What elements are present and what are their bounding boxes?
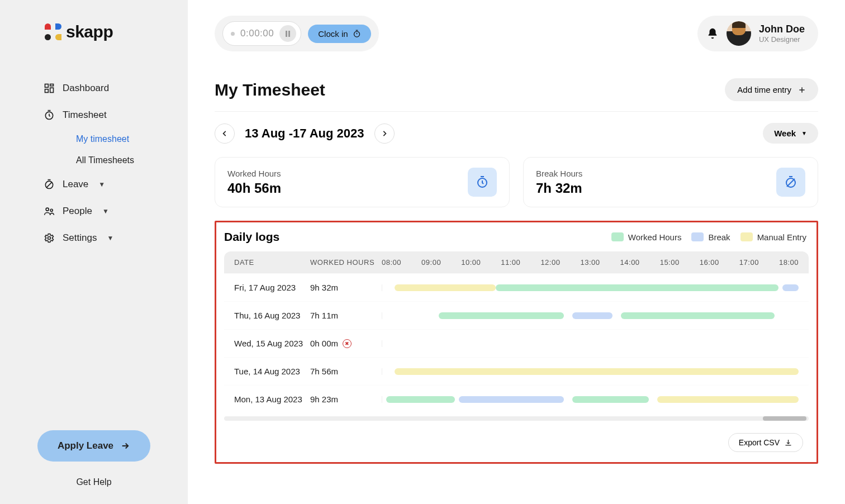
user-name: John Doe — [759, 23, 805, 35]
add-entry-label: Add time entry — [737, 85, 791, 94]
table-row: Thu, 16 Aug 20237h 11m — [224, 301, 809, 329]
apply-leave-label: Apply Leave — [58, 440, 113, 451]
people-icon — [44, 206, 55, 217]
stat-value: 7h 32m — [536, 180, 582, 196]
apply-leave-button[interactable]: Apply Leave — [37, 430, 150, 462]
sidebar-item-leave[interactable]: Leave ▼ — [0, 171, 188, 198]
record-dot-icon — [231, 32, 235, 36]
svg-rect-0 — [45, 84, 49, 88]
horizontal-scrollbar[interactable] — [224, 416, 809, 421]
timesheet-icon — [44, 110, 55, 121]
sidebar-item-label: Timesheet — [63, 110, 107, 121]
timeline-segment — [395, 368, 799, 375]
sidebar-item-dashboard[interactable]: Dashboard — [0, 75, 188, 102]
gear-icon — [44, 232, 55, 244]
svg-point-9 — [48, 237, 51, 240]
row-date: Wed, 15 Aug 2023 — [234, 339, 310, 348]
clock-in-button[interactable]: Clock in — [308, 25, 371, 43]
hour-label: 17:00 — [739, 258, 759, 267]
prev-week-button[interactable] — [215, 123, 235, 144]
col-worked: WORKED HOURS — [310, 258, 377, 267]
hours-header: 08:0009:0010:0011:0012:0013:0014:0015:00… — [377, 258, 799, 267]
worked-icon — [468, 168, 497, 197]
sidebar-sub-my-timesheet[interactable]: My timesheet — [0, 129, 188, 150]
nav: Dashboard Timesheet My timesheet All Tim… — [0, 75, 188, 430]
bell-icon[interactable] — [706, 27, 719, 40]
table-row: Mon, 13 Aug 20239h 23m — [224, 385, 809, 413]
hour-label: 11:00 — [501, 258, 520, 267]
page-header: My Timesheet Add time entry — [215, 78, 818, 101]
timeline-segment — [459, 396, 564, 403]
col-date: DATE — [234, 258, 310, 267]
stat-label: Worked Hours — [227, 169, 281, 178]
svg-point-7 — [46, 208, 49, 211]
sidebar-sub-all-timesheets[interactable]: All Timesheets — [0, 150, 188, 171]
daily-logs-table: DATE WORKED HOURS 08:0009:0010:0011:0012… — [224, 251, 809, 413]
stat-value: 40h 56m — [227, 180, 281, 196]
user-pill[interactable]: John Doe UX Designer — [697, 16, 818, 51]
timeline — [382, 284, 799, 291]
hour-label: 08:00 — [382, 258, 401, 267]
row-date: Tue, 14 Aug 2023 — [234, 367, 310, 376]
daily-logs-title: Daily logs — [224, 230, 279, 244]
get-help-label: Get Help — [76, 477, 111, 487]
absent-badge-icon: ✖ — [343, 339, 352, 348]
timeline-segment — [395, 284, 496, 291]
sidebar-item-settings[interactable]: Settings ▼ — [0, 225, 188, 251]
logo-text: skapp — [66, 22, 113, 41]
swatch-yellow-icon — [740, 232, 753, 241]
sidebar-sub-label: All Timesheets — [76, 155, 134, 165]
row-worked: 7h 11m — [310, 311, 377, 320]
user-role: UX Designer — [759, 35, 805, 44]
row-worked: 0h 00m✖ — [310, 339, 377, 348]
timeline — [382, 312, 799, 319]
hour-label: 16:00 — [700, 258, 719, 267]
view-label: Week — [774, 129, 796, 138]
chevron-down-icon: ▼ — [102, 207, 109, 215]
sidebar-item-timesheet[interactable]: Timesheet — [0, 102, 188, 129]
sidebar-item-label: Dashboard — [63, 83, 109, 94]
timer-value: 0:00:00 — [240, 28, 274, 39]
logo: skapp — [45, 22, 188, 41]
next-week-button[interactable] — [374, 123, 395, 144]
svg-rect-2 — [50, 88, 54, 92]
stat-label: Break Hours — [536, 169, 582, 178]
legend: Worked Hours Break Manual Entry — [611, 232, 806, 242]
break-hours-card: Break Hours 7h 32m — [523, 157, 818, 207]
chevron-down-icon: ▼ — [107, 234, 113, 242]
sidebar-item-people[interactable]: People ▼ — [0, 198, 188, 225]
timeline — [382, 368, 799, 375]
topbar: 0:00:00 Clock in John Doe UX Designer — [215, 16, 818, 51]
scrollbar-thumb[interactable] — [763, 416, 806, 421]
svg-rect-1 — [50, 84, 54, 86]
get-help-link[interactable]: Get Help — [76, 477, 111, 487]
export-csv-button[interactable]: Export CSV — [728, 433, 803, 452]
user-info: John Doe UX Designer — [759, 23, 805, 44]
view-dropdown[interactable]: Week ▼ — [763, 123, 818, 144]
row-worked: 7h 56m — [310, 367, 377, 376]
add-time-entry-button[interactable]: Add time entry — [725, 78, 818, 101]
page-title: My Timesheet — [215, 80, 325, 99]
daily-logs-section: Daily logs Worked Hours Break Manual Ent… — [215, 221, 818, 464]
legend-break: Break — [691, 232, 730, 242]
main: 0:00:00 Clock in John Doe UX Designer My… — [188, 0, 845, 504]
sidebar-sub-label: My timesheet — [76, 134, 129, 144]
break-icon — [776, 168, 805, 197]
row-worked: 9h 23m — [310, 394, 377, 404]
sidebar-item-label: Settings — [63, 232, 97, 244]
hour-label: 12:00 — [540, 258, 560, 267]
export-label: Export CSV — [739, 438, 780, 447]
swatch-blue-icon — [691, 232, 704, 241]
timeline — [382, 340, 799, 347]
stopwatch-icon — [353, 30, 361, 38]
range-left: 13 Aug -17 Aug 2023 — [215, 123, 395, 144]
date-range-row: 13 Aug -17 Aug 2023 Week ▼ — [215, 123, 818, 144]
table-row: Tue, 14 Aug 20237h 56m — [224, 357, 809, 385]
pause-button[interactable] — [279, 25, 296, 42]
daily-logs-header: Daily logs Worked Hours Break Manual Ent… — [216, 230, 816, 249]
timeline-segment — [621, 312, 775, 319]
chevron-down-icon: ▼ — [801, 130, 807, 136]
table-row: Wed, 15 Aug 20230h 00m✖ — [224, 329, 809, 357]
avatar — [727, 21, 751, 46]
logo-mark-icon — [45, 23, 61, 40]
